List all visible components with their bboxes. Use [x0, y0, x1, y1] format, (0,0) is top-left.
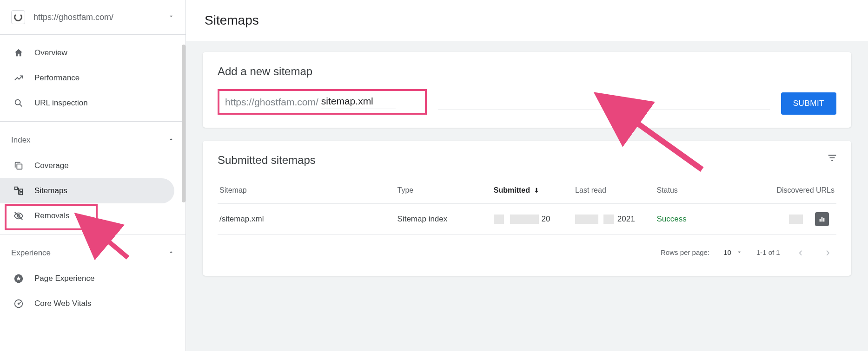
sidebar-item-label: URL inspection — [34, 98, 88, 108]
copy-icon — [13, 161, 24, 171]
table-row[interactable]: /sitemap.xml Sitemap index 20 2021 Succe… — [218, 203, 836, 234]
sitemap-url-input[interactable] — [321, 95, 396, 109]
section-header-index[interactable]: Index — [0, 127, 186, 153]
col-status[interactable]: Status — [656, 186, 745, 195]
cell-discovered — [746, 212, 835, 226]
eye-off-icon — [13, 211, 24, 221]
card-add-sitemap: Add a new sitemap https://ghostfam.com/ … — [203, 52, 851, 128]
rows-per-page-select[interactable]: 10 — [723, 248, 742, 256]
col-label: Submitted — [494, 186, 530, 195]
sidebar-item-label: Overview — [34, 48, 67, 58]
sidebar-item-label: Core Web Vitals — [34, 299, 91, 308]
cell-type: Sitemap index — [398, 214, 494, 224]
sidebar-item-overview[interactable]: Overview — [0, 40, 174, 65]
trend-icon — [13, 73, 24, 83]
url-prefix: https://ghostfam.com/ — [225, 97, 318, 108]
page-title: Sitemaps — [186, 0, 868, 39]
sidebar: https://ghostfam.com/ Overview Performan… — [0, 0, 186, 351]
svg-rect-2 — [17, 164, 22, 169]
redacted-block — [789, 214, 803, 224]
card-title: Add a new sitemap — [218, 65, 836, 78]
section-header-experience[interactable]: Experience — [0, 240, 186, 266]
nav-section-index: Index Coverage Sitemaps Removals — [0, 122, 186, 234]
main-content: Sitemaps Add a new sitemap https://ghost… — [186, 0, 868, 351]
svg-rect-3 — [15, 187, 18, 190]
sidebar-item-label: Sitemaps — [34, 186, 67, 195]
property-selector[interactable]: https://ghostfam.com/ — [0, 0, 186, 35]
svg-point-0 — [15, 100, 20, 105]
sidebar-item-core-web-vitals[interactable]: Core Web Vitals — [0, 291, 174, 316]
input-underline — [438, 110, 770, 110]
submit-button[interactable]: SUBMIT — [781, 92, 836, 115]
cell-text: 2021 — [617, 214, 635, 223]
sidebar-item-url-inspection[interactable]: URL inspection — [0, 91, 174, 116]
svg-line-1 — [20, 104, 22, 106]
col-submitted[interactable]: Submitted — [494, 186, 575, 195]
table-pagination: Rows per page: 10 1-1 of 1 ‹ › — [218, 234, 836, 263]
cell-sitemap: /sitemap.xml — [219, 214, 398, 224]
sidebar-item-label: Page Experience — [34, 274, 94, 283]
cell-submitted: 20 — [494, 214, 575, 224]
home-icon — [13, 48, 24, 58]
scrollbar-thumb[interactable] — [182, 45, 186, 202]
redacted-block — [575, 214, 598, 224]
cell-text: 20 — [542, 214, 550, 223]
section-label: Experience — [11, 248, 51, 258]
svg-rect-5 — [20, 192, 23, 195]
col-last-read[interactable]: Last read — [575, 186, 656, 195]
sidebar-item-removals[interactable]: Removals — [0, 203, 174, 228]
bar-chart-icon — [818, 215, 826, 223]
property-url: https://ghostfam.com/ — [33, 13, 159, 22]
content-area: Add a new sitemap https://ghostfam.com/ … — [186, 41, 868, 351]
section-label: Index — [11, 136, 31, 145]
chevron-up-icon — [168, 136, 174, 145]
sidebar-item-label: Performance — [34, 73, 80, 83]
redacted-block — [510, 214, 539, 224]
chevron-up-icon — [168, 248, 174, 258]
sidebar-item-label: Removals — [34, 211, 70, 221]
sidebar-item-sitemaps[interactable]: Sitemaps — [0, 178, 174, 203]
svg-rect-4 — [20, 189, 23, 192]
col-type[interactable]: Type — [398, 186, 494, 195]
filter-icon[interactable] — [827, 153, 837, 165]
search-icon — [13, 98, 24, 108]
col-discovered[interactable]: Discovered URLs — [746, 186, 835, 195]
card-title: Submitted sitemaps — [218, 154, 836, 167]
nav-top-section: Overview Performance URL inspection — [0, 35, 186, 122]
annotation-highlight-input: https://ghostfam.com/ — [218, 89, 427, 115]
sidebar-item-page-experience[interactable]: Page Experience — [0, 266, 174, 291]
dropdown-icon — [168, 13, 174, 21]
dropdown-icon — [736, 249, 742, 255]
redacted-block — [494, 214, 504, 224]
svg-rect-14 — [822, 217, 823, 221]
svg-rect-13 — [820, 219, 821, 221]
circle-star-icon — [13, 273, 24, 284]
col-sitemap[interactable]: Sitemap — [219, 186, 398, 195]
chart-button[interactable] — [815, 212, 829, 226]
sidebar-item-coverage[interactable]: Coverage — [0, 153, 174, 178]
tree-icon — [13, 186, 24, 196]
nav-section-experience: Experience Page Experience Core Web Vita… — [0, 234, 186, 322]
svg-rect-15 — [823, 218, 825, 221]
sort-desc-icon — [533, 187, 540, 194]
next-page-button[interactable]: › — [821, 243, 835, 261]
add-sitemap-row: https://ghostfam.com/ SUBMIT — [218, 89, 836, 115]
prev-page-button[interactable]: ‹ — [794, 243, 808, 261]
cell-status: Success — [656, 214, 745, 224]
cell-last-read: 2021 — [575, 214, 656, 224]
svg-point-11 — [18, 303, 20, 305]
spinner-icon — [14, 13, 22, 21]
redacted-block — [603, 214, 614, 224]
sidebar-item-label: Coverage — [34, 161, 69, 170]
property-icon — [11, 10, 25, 24]
gauge-icon — [13, 299, 24, 309]
rows-per-page-label: Rows per page: — [661, 248, 709, 256]
card-submitted-sitemaps: Submitted sitemaps Sitemap Type Submitte… — [203, 141, 851, 276]
sidebar-item-performance[interactable]: Performance — [0, 65, 174, 91]
pagination-range: 1-1 of 1 — [756, 248, 780, 256]
table-header-row: Sitemap Type Submitted Last read Status … — [218, 178, 836, 203]
rows-value: 10 — [723, 248, 731, 256]
